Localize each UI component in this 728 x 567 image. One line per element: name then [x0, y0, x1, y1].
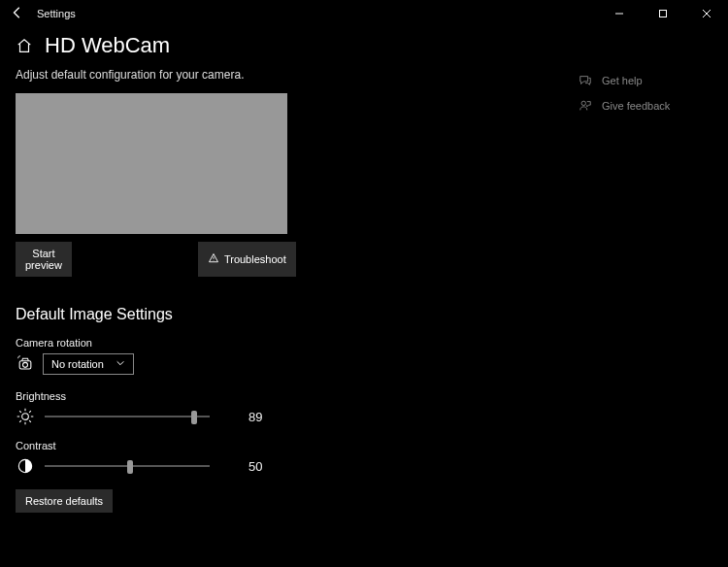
app-title: Settings [37, 8, 76, 19]
warning-icon [208, 252, 219, 266]
window-controls [597, 0, 728, 27]
back-button[interactable] [8, 6, 27, 22]
contrast-label: Contrast [16, 440, 559, 451]
troubleshoot-button[interactable]: Troubleshoot [198, 242, 296, 277]
page-subtitle: Adjust default configuration for your ca… [16, 68, 559, 82]
title-bar: Settings [0, 0, 728, 27]
camera-rotation-icon [16, 354, 35, 374]
button-label: Restore defaults [25, 495, 103, 507]
contrast-value: 50 [248, 459, 262, 474]
svg-point-3 [22, 414, 29, 420]
close-button[interactable] [684, 0, 728, 27]
svg-rect-0 [659, 11, 666, 17]
select-value: No rotation [51, 358, 104, 370]
link-label: Give feedback [602, 100, 670, 112]
help-icon [579, 74, 592, 87]
minimize-button[interactable] [597, 0, 641, 27]
brightness-value: 89 [248, 410, 262, 424]
button-label: Start preview [25, 248, 62, 271]
chevron-down-icon [116, 358, 125, 370]
camera-preview [16, 93, 287, 234]
link-label: Get help [602, 75, 643, 86]
brightness-slider[interactable] [45, 408, 210, 425]
page-header: HD WebCam [0, 27, 728, 68]
home-icon[interactable] [16, 37, 33, 54]
brightness-icon [16, 407, 35, 426]
brightness-label: Brightness [16, 390, 559, 402]
section-title: Default Image Settings [16, 306, 559, 323]
restore-defaults-button[interactable]: Restore defaults [16, 489, 113, 513]
contrast-icon [16, 456, 35, 476]
start-preview-button[interactable]: Start preview [16, 242, 72, 277]
feedback-icon [579, 99, 592, 113]
svg-point-5 [581, 101, 585, 105]
give-feedback-link[interactable]: Give feedback [579, 99, 712, 113]
rotation-label: Camera rotation [16, 337, 559, 349]
contrast-slider[interactable] [45, 457, 210, 475]
page-title: HD WebCam [45, 33, 170, 58]
maximize-button[interactable] [641, 0, 684, 27]
button-label: Troubleshoot [224, 253, 286, 265]
svg-point-2 [23, 362, 28, 367]
get-help-link[interactable]: Get help [579, 74, 712, 87]
rotation-select[interactable]: No rotation [43, 353, 134, 375]
